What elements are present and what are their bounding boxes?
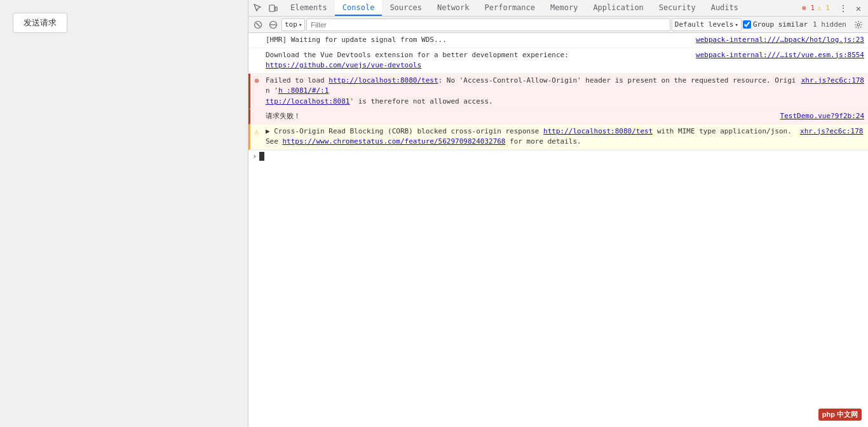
webpage-area: 发送请求	[0, 0, 248, 427]
corb-url-link[interactable]: http://localhost:8080/test	[543, 127, 653, 135]
warning-badge: ⚠ 1	[817, 4, 830, 12]
cors-url-link[interactable]: http://localhost:8080/test	[329, 76, 438, 85]
console-message-vue: Download the Vue Devtools extension for …	[263, 50, 693, 72]
console-toolbar: top ▾ Default levels ▾ Group similar 1 h…	[248, 17, 868, 33]
levels-selector[interactable]: Default levels ▾	[672, 18, 742, 31]
block-icon[interactable]	[266, 18, 280, 32]
tab-console[interactable]: Console	[335, 0, 383, 16]
hidden-count: 1 hidden	[809, 20, 850, 29]
tab-audits[interactable]: Audits	[703, 0, 746, 16]
tab-network[interactable]: Network	[430, 0, 477, 16]
devtools-panel: Elements Console Sources Network Perform…	[248, 0, 868, 427]
error-badge: ⊗ 1	[802, 4, 815, 12]
svg-point-6	[857, 24, 860, 26]
console-row-hmr: [HMR] Waiting for update signal from WDS…	[248, 33, 868, 48]
tab-memory[interactable]: Memory	[543, 0, 585, 16]
svg-line-3	[256, 23, 260, 27]
tab-list: Elements Console Sources Network Perform…	[283, 0, 798, 16]
console-message-fail: 请求失败！	[263, 111, 778, 123]
tab-application[interactable]: Application	[585, 0, 651, 16]
console-output[interactable]: [HMR] Waiting for update signal from WDS…	[248, 33, 868, 427]
close-devtools-icon[interactable]: ✕	[851, 1, 865, 15]
badge-container: ⊗ 1 ⚠ 1	[798, 4, 834, 12]
send-request-button[interactable]: 发送请求	[13, 13, 67, 33]
console-row-cors-error: ⊗ Failed to load http://localhost:8080/t…	[248, 74, 868, 110]
console-message-cors: Failed to load http://localhost:8080/tes…	[263, 75, 799, 108]
svg-rect-1	[275, 7, 277, 11]
tabs-right-icons: ⋮ ✕	[834, 1, 868, 15]
tab-elements[interactable]: Elements	[283, 0, 335, 16]
devtools-tabs-bar: Elements Console Sources Network Perform…	[248, 0, 868, 17]
warning-icon-corb: ⚠	[250, 126, 263, 136]
info-icon-vue	[250, 50, 263, 51]
clear-console-icon[interactable]	[251, 18, 265, 32]
console-prompt: ›	[248, 152, 259, 161]
console-message-hmr: [HMR] Waiting for update signal from WDS…	[263, 34, 693, 46]
console-message-corb: ▶ Cross-Origin Read Blocking (CORB) bloc…	[263, 126, 868, 148]
tab-performance[interactable]: Performance	[477, 0, 543, 16]
group-similar-checkbox-label[interactable]: Group similar	[743, 20, 808, 29]
context-selector[interactable]: top ▾	[281, 18, 305, 31]
error-icon-fail	[250, 111, 263, 112]
php-watermark: php 中文网	[818, 409, 862, 421]
console-cursor	[259, 152, 264, 161]
device-toolbar-icon[interactable]	[266, 1, 280, 15]
inspect-element-icon[interactable]	[251, 1, 265, 15]
corb-chromestatus-link[interactable]: https://www.chromestatus.com/feature/562…	[283, 137, 506, 146]
more-options-icon[interactable]: ⋮	[836, 1, 850, 15]
settings-icon[interactable]	[851, 18, 865, 32]
svg-rect-0	[269, 5, 275, 11]
console-row-corb: ⚠ ▶ Cross-Origin Read Blocking (CORB) bl…	[248, 125, 868, 150]
console-input-row[interactable]: ›	[248, 150, 868, 162]
console-source-vue[interactable]: webpack-internal:///…ist/vue.esm.js:8554	[693, 50, 868, 59]
vue-devtools-link[interactable]: https://github.com/vuejs/vue-devtools	[266, 61, 421, 69]
console-source-hmr[interactable]: webpack-internal:///…bpack/hot/log.js:23	[693, 34, 868, 44]
console-source-cors[interactable]: xhr.js?ec6c:178	[799, 75, 868, 85]
group-similar-checkbox[interactable]	[743, 20, 751, 29]
tab-security[interactable]: Security	[651, 0, 703, 16]
console-source-fail[interactable]: TestDemo.vue?9f2b:24	[778, 111, 868, 120]
console-row-vue: Download the Vue Devtools extension for …	[248, 48, 868, 74]
cors-origin-link[interactable]: h :8081/#/:1ttp://localhost:8081	[266, 86, 349, 105]
filter-input[interactable]	[306, 18, 670, 31]
tab-sources[interactable]: Sources	[382, 0, 430, 16]
devtools-left-icons	[248, 1, 283, 15]
console-row-fail: 请求失败！ TestDemo.vue?9f2b:24	[248, 109, 868, 125]
corb-xhr-link[interactable]: xhr.js?ec6c:178	[800, 127, 863, 135]
info-icon-hmr	[250, 34, 263, 36]
error-icon-cors: ⊗	[250, 75, 263, 85]
